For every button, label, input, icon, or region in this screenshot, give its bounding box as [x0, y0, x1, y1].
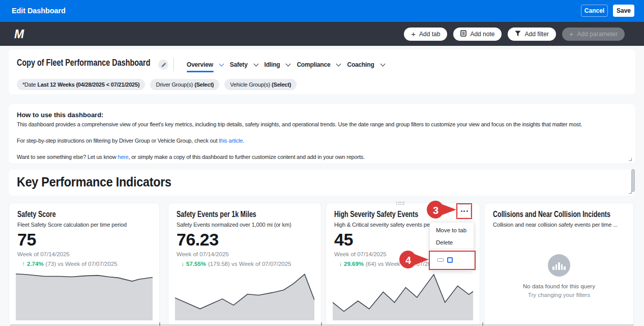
drag-handle-icon[interactable]: [396, 202, 405, 205]
menu-item-move-to-tab[interactable]: Move to tab: [436, 227, 466, 233]
section-heading-panel: Key Performance Indicators: [9, 170, 635, 196]
brand-logo: M: [14, 28, 24, 41]
card-change: ↓ 57.55% (179.58) vs Week of 07/07/2025: [181, 260, 291, 267]
empty-state-title: No data found for this query: [485, 283, 633, 289]
add-note-label: Add note: [470, 31, 494, 38]
tab-coaching[interactable]: Coaching: [347, 61, 374, 68]
bottom-divider: [10, 324, 634, 325]
card-boundary-tick: [321, 322, 322, 326]
note-paragraph-2: For step-by-step instructions on filteri…: [17, 138, 244, 144]
section-heading: Key Performance Indicators: [17, 174, 171, 190]
change-percent: 57.55%: [186, 261, 206, 267]
annotation-balloon-3: 3: [426, 200, 458, 221]
this-article-link[interactable]: this article: [219, 138, 243, 144]
card-title: Safety Score: [17, 210, 56, 219]
add-tab-button[interactable]: + Add tab: [404, 28, 447, 41]
card-title: Collisions and Near Collision Incidents: [493, 210, 610, 219]
here-link[interactable]: here: [118, 154, 128, 160]
tab-compliance[interactable]: Compliance: [297, 61, 330, 68]
card-period: Week of 07/14/2025: [177, 251, 229, 257]
plus-icon: +: [569, 30, 574, 38]
add-parameter-button[interactable]: + Add parameter: [562, 28, 625, 41]
add-parameter-label: Add parameter: [577, 31, 618, 38]
card-boundary-tick: [482, 322, 483, 326]
cancel-button[interactable]: Cancel: [581, 5, 608, 17]
kpi-card-safety-events: Safety Events per 1k Miles Safety Events…: [168, 203, 321, 326]
change-note: (73) vs Week of 07/07/2025: [46, 261, 118, 267]
pencil-icon: [161, 62, 166, 68]
scrollbar-thumb[interactable]: [631, 169, 635, 192]
change-percent: 2.74%: [27, 261, 44, 267]
card-period: Week of 07/14/2025: [17, 251, 70, 257]
add-filter-label: Add filter: [524, 31, 548, 38]
filter-chips: *Date Last 12 Weeks (04/28/2025 < 07/21/…: [17, 79, 297, 90]
card-title: Safety Events per 1k Miles: [177, 210, 256, 219]
add-tab-label: Add tab: [419, 31, 440, 38]
note-heading: How to use this dashboard:: [17, 111, 103, 119]
note-icon: [460, 30, 466, 38]
app-navbar: M + Add tab Add note Add filter + Add pa…: [0, 22, 644, 46]
dashboard-tabs: Overview Safety Idling Compliance Coachi…: [187, 60, 386, 69]
filter-icon: [515, 31, 521, 38]
tab-overview[interactable]: Overview: [187, 61, 213, 68]
card-subtitle: Safety Events normalized over 1,000 mi (…: [177, 222, 316, 228]
save-button[interactable]: Save: [613, 5, 634, 17]
date-filter-chip[interactable]: *Date Last 12 Weeks (04/28/2025 < 07/21/…: [17, 79, 145, 90]
tab-idling[interactable]: Idling: [265, 61, 280, 68]
dashboard-title: Copy of Fleet Performance Dashboard: [17, 58, 150, 68]
card-boundary-tick: [159, 322, 160, 326]
divider: [173, 58, 174, 71]
bar-chart-icon: [548, 254, 570, 277]
trend-down-icon: ↓: [181, 260, 184, 267]
annotation-balloon-4: 4: [399, 250, 430, 271]
card-value: 75: [17, 230, 36, 250]
change-note: (179.58) vs Week of 07/07/2025: [208, 261, 291, 267]
dashboard-header-panel: Copy of Fleet Performance Dashboard Over…: [9, 49, 635, 94]
driver-group-filter-chip[interactable]: Driver Group(s) (Select): [150, 79, 219, 90]
edit-title-button[interactable]: [158, 60, 168, 70]
card-value: 76.23: [177, 230, 219, 250]
chevron-down-icon[interactable]: [253, 61, 258, 66]
card-period: Week of 07/14/2025: [334, 251, 387, 257]
resize-handle-icon[interactable]: [629, 158, 632, 161]
tab-safety[interactable]: Safety: [230, 61, 248, 68]
empty-state-subtitle: Try changing your filters: [485, 292, 633, 298]
annotation-number: 3: [426, 204, 445, 216]
page-title: Edit Dashboard: [12, 7, 66, 15]
chevron-down-icon[interactable]: [380, 61, 385, 66]
card-change: ↑ 2.74% (73) vs Week of 07/07/2025: [22, 260, 118, 267]
annotation-number: 4: [399, 254, 418, 266]
note-panel: How to use this dashboard: This dashboar…: [9, 104, 635, 163]
card-subtitle: Collision and near collision safety even…: [493, 222, 628, 228]
menu-item-delete[interactable]: Delete: [436, 239, 453, 246]
chevron-down-icon[interactable]: [219, 61, 224, 66]
trend-down-icon: ↓: [339, 260, 342, 267]
edit-mode-header: Edit Dashboard Cancel Save: [0, 0, 644, 22]
card-subtitle: Fleet Safety Score calculation per time …: [17, 222, 154, 228]
sparkline-chart: [175, 268, 314, 320]
card-title: High Severity Safety Events: [334, 210, 418, 219]
chevron-down-icon[interactable]: [336, 61, 341, 66]
trend-up-icon: ↑: [22, 260, 25, 267]
note-paragraph-1: This dashboard provides a comprehensive …: [17, 121, 582, 127]
chevron-down-icon[interactable]: [286, 61, 291, 66]
add-note-button[interactable]: Add note: [453, 28, 502, 41]
add-filter-button[interactable]: Add filter: [508, 28, 555, 41]
kpi-card-safety-score: Safety Score Fleet Safety Score calculat…: [9, 203, 160, 326]
card-value: 45: [334, 230, 353, 250]
annotation-box-3: [456, 203, 472, 219]
kpi-card-collisions: Collisions and Near Collision Incidents …: [484, 203, 634, 326]
note-paragraph-3: Want to see something else? Let us know …: [17, 154, 365, 160]
annotation-box-4: [429, 251, 476, 270]
vehicle-group-filter-chip[interactable]: Vehicle Group(s) (Select): [224, 79, 297, 90]
sparkline-chart: [333, 270, 473, 320]
plus-icon: +: [411, 30, 416, 38]
change-percent: 29.69%: [344, 261, 364, 267]
sparkline-chart: [16, 272, 153, 320]
